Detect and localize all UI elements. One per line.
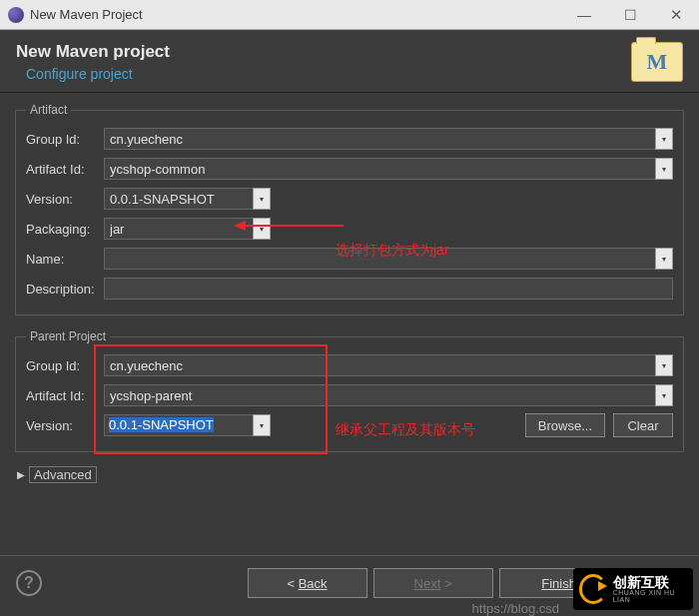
logo-c-icon	[579, 574, 607, 604]
artifact-fieldset: Artifact Group Id: ▾ Artifact Id: ▾ Vers…	[15, 103, 684, 315]
back-button[interactable]: < Back	[248, 568, 367, 598]
advanced-toggle[interactable]: ▶ Advanced	[17, 466, 684, 483]
description-input[interactable]	[104, 278, 673, 300]
version-label: Version:	[26, 192, 104, 207]
parent-artifact-id-input[interactable]	[104, 384, 656, 406]
chevron-right-icon: ▶	[17, 469, 25, 480]
maven-folder-icon: M	[631, 42, 683, 82]
parent-group-id-label: Group Id:	[26, 358, 104, 373]
version-dropdown[interactable]: ▾	[253, 188, 271, 210]
description-label: Description:	[26, 282, 104, 297]
packaging-input[interactable]	[104, 218, 254, 240]
brand-logo: 创新互联 CHUANG XIN HU LIAN	[573, 568, 693, 610]
packaging-dropdown[interactable]: ▾	[253, 218, 271, 240]
artifact-legend: Artifact	[26, 103, 71, 117]
advanced-label: Advanced	[29, 466, 97, 483]
watermark-text: https://blog.csd	[472, 601, 559, 616]
parent-version-label: Version:	[26, 418, 104, 433]
wizard-title: New Maven project	[16, 42, 631, 62]
wizard-banner: New Maven project Configure project M	[0, 30, 699, 93]
window-title: New Maven Project	[30, 7, 143, 22]
group-id-dropdown[interactable]: ▾	[655, 128, 673, 150]
eclipse-icon	[8, 7, 24, 23]
packaging-label: Packaging:	[26, 222, 104, 237]
group-id-label: Group Id:	[26, 132, 104, 147]
name-dropdown[interactable]: ▾	[655, 248, 673, 270]
maximize-button[interactable]: ☐	[607, 0, 653, 30]
artifact-id-label: Artifact Id:	[26, 162, 104, 177]
annotation-arrow-icon	[244, 225, 344, 227]
wizard-subtitle: Configure project	[26, 66, 631, 82]
artifact-id-input[interactable]	[104, 158, 656, 180]
name-label: Name:	[26, 252, 104, 267]
parent-legend: Parent Project	[26, 329, 110, 343]
artifact-id-dropdown[interactable]: ▾	[655, 158, 673, 180]
close-button[interactable]: ✕	[653, 0, 699, 30]
titlebar: New Maven Project — ☐ ✕	[0, 0, 699, 30]
annotation-parent: 继承父工程及其版本号	[336, 421, 475, 439]
logo-name: 创新互联	[613, 575, 687, 589]
parent-version-input[interactable]: 0.0.1-SNAPSHOT	[104, 414, 254, 436]
parent-artifact-id-label: Artifact Id:	[26, 388, 104, 403]
version-input[interactable]	[104, 188, 254, 210]
annotation-packaging: 选择打包方式为jar	[336, 242, 449, 260]
parent-group-id-input[interactable]	[104, 354, 656, 376]
help-icon[interactable]: ?	[16, 570, 42, 596]
next-button: Next >	[373, 568, 493, 598]
minimize-button[interactable]: —	[561, 0, 607, 30]
group-id-input[interactable]	[104, 128, 656, 150]
logo-sub: CHUANG XIN HU LIAN	[613, 589, 687, 603]
parent-version-dropdown[interactable]: ▾	[253, 414, 271, 436]
clear-button[interactable]: Clear	[613, 413, 673, 437]
parent-group-id-dropdown[interactable]: ▾	[655, 354, 673, 376]
browse-button[interactable]: Browse...	[525, 413, 605, 437]
parent-artifact-id-dropdown[interactable]: ▾	[655, 384, 673, 406]
